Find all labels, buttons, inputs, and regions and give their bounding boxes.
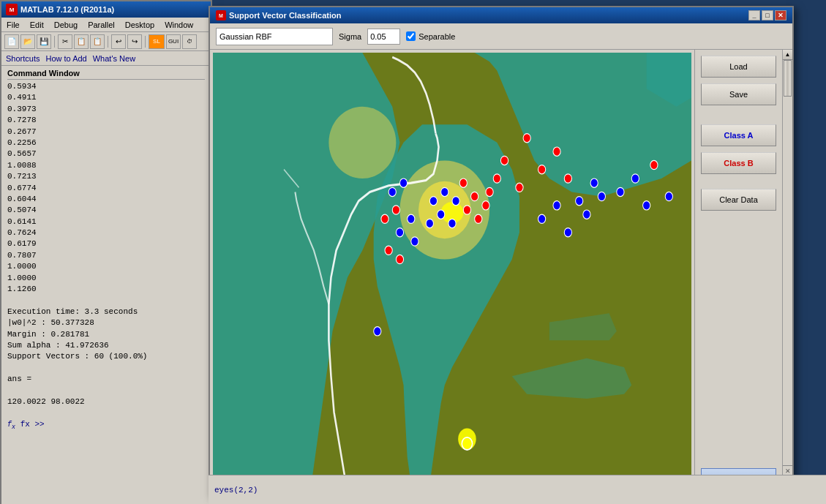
cmd-w0: |w0|^2 : 50.377328 (7, 317, 205, 328)
svg-point-8 (590, 178, 598, 187)
svg-point-10 (631, 174, 639, 183)
menu-edit[interactable]: Edit (28, 20, 46, 29)
sigma-input[interactable] (367, 29, 400, 45)
toolbar-cut[interactable]: ✂ (58, 34, 72, 49)
toolbar-simulink[interactable]: SL (149, 34, 165, 49)
svc-dialog: M Support Vector Classification _ □ ✕ Ga… (209, 6, 794, 496)
class-b-button[interactable]: Class B (701, 152, 776, 174)
toolbar-paste[interactable]: 📋 (90, 34, 105, 49)
menu-desktop[interactable]: Desktop (123, 20, 157, 29)
cmd-line-6: 0.5657 (7, 148, 205, 159)
right-panel: Load Save Class A Class B Clear Data Cla… (694, 50, 782, 496)
svg-point-20 (452, 197, 459, 206)
toolbar-undo[interactable]: ↩ (111, 34, 126, 49)
svg-point-12 (643, 201, 650, 210)
class-a-button[interactable]: Class A (701, 124, 776, 146)
save-button[interactable]: Save (701, 83, 776, 105)
separable-container: Separable (406, 31, 455, 41)
panel-spacer3 (701, 217, 776, 462)
svg-point-6 (583, 210, 590, 219)
scroll-thumb[interactable] (784, 60, 792, 97)
cmd-blank3 (7, 385, 205, 396)
svg-point-45 (385, 246, 392, 255)
shortcut-new[interactable]: What's New (93, 54, 135, 63)
toolbar-open[interactable]: 📂 (20, 34, 35, 49)
kernel-dropdown[interactable]: Gaussian RBF Linear Polynomial Sigmoid (216, 28, 333, 45)
svg-point-36 (463, 206, 470, 214)
titlebar-controls: _ □ ✕ (748, 10, 786, 20)
menu-file[interactable]: File (4, 20, 22, 29)
cmd-line-4: 0.2677 (7, 127, 205, 138)
clear-data-button[interactable]: Clear Data (701, 189, 776, 211)
toolbar-save[interactable]: 💾 (37, 34, 51, 49)
load-button[interactable]: Load (701, 56, 776, 78)
matlab-titlebar: M MATLAB 7.12.0 (R2011a) (1, 1, 211, 18)
svg-point-34 (459, 178, 467, 187)
svg-point-37 (475, 214, 482, 223)
toolbar-redo[interactable]: ↪ (127, 34, 142, 49)
cmd-line-14: 0.6179 (7, 238, 205, 249)
svg-point-43 (381, 214, 388, 223)
svg-point-41 (516, 183, 523, 192)
svg-point-7 (598, 192, 605, 200)
titlebar-minimize[interactable]: _ (748, 10, 760, 20)
svc-titlebar: M Support Vector Classification _ □ ✕ (210, 7, 792, 23)
shortcut-shortcuts[interactable]: Shortcuts (6, 54, 40, 63)
x-mark-1: ✕ (783, 465, 792, 475)
svc-toolbar: Gaussian RBF Linear Polynomial Sigmoid S… (210, 23, 792, 50)
separable-checkbox[interactable] (406, 31, 416, 41)
cmd-ans-label: ans = (7, 374, 205, 385)
toolbar-guide[interactable]: GUI (166, 34, 181, 49)
matlab-title: MATLAB 7.12.0 (R2011a) (20, 5, 114, 14)
toolbar-new[interactable]: 📄 (4, 34, 19, 49)
menu-window[interactable]: Window (162, 20, 195, 29)
cmd-svectors: Support Vectors : 60 (100.0%) (7, 351, 205, 362)
cmd-line-7: 1.0088 (7, 160, 205, 171)
cmd-prompt[interactable]: fx fx >> (7, 419, 205, 432)
cmd-line-10: 0.6044 (7, 194, 205, 205)
cmd-line-12: 0.6141 (7, 217, 205, 227)
svg-point-19 (441, 187, 448, 196)
cmd-line-3: 0.7278 (7, 115, 205, 126)
svg-point-39 (486, 187, 493, 196)
svg-point-26 (408, 214, 415, 223)
svg-point-14 (564, 228, 571, 237)
svg-point-18 (429, 197, 437, 206)
cmd-line-1: 0.4911 (7, 92, 205, 103)
scroll-track (783, 60, 792, 465)
kernel-dropdown-wrapper: Gaussian RBF Linear Polynomial Sigmoid (216, 28, 333, 45)
command-window: Command Window 0.5934 0.4911 0.3973 0.72… (1, 66, 211, 504)
toolbar-profile[interactable]: ⏱ (182, 34, 197, 49)
cmd-line-16: 1.0000 (7, 261, 205, 272)
svg-point-23 (426, 219, 433, 227)
svg-point-33 (564, 174, 571, 183)
toolbar-sep3 (145, 36, 146, 48)
svc-titlebar-left: M Support Vector Classification (216, 10, 341, 20)
svg-point-48 (462, 437, 472, 450)
menu-debug[interactable]: Debug (52, 20, 80, 29)
cmd-blank4 (7, 407, 205, 418)
svg-point-30 (523, 134, 530, 143)
svc-logo: M (216, 10, 226, 20)
svc-content: No. of Support Vectors: 60 (100.0%) Load… (210, 50, 792, 496)
matlab-bottom-bar: eyes(2,2) eye(2) x (209, 475, 826, 504)
svg-point-28 (411, 237, 418, 246)
cmd-line-15: 0.7807 (7, 250, 205, 261)
toolbar-copy[interactable]: 📋 (74, 34, 89, 49)
scroll-up-btn[interactable]: ▲ (783, 50, 792, 60)
svg-point-13 (665, 192, 672, 200)
titlebar-maximize[interactable]: □ (762, 10, 773, 20)
shortcut-add[interactable]: How to Add (45, 54, 86, 63)
matlab-window: M MATLAB 7.12.0 (R2011a) File Edit Debug… (0, 0, 212, 504)
toolbar-sep1 (54, 36, 55, 48)
cmd-line-11: 0.5074 (7, 205, 205, 216)
shortcuts-bar: Shortcuts How to Add What's New (1, 51, 211, 66)
cmd-line-9: 0.6774 (7, 183, 205, 194)
plot-area[interactable]: No. of Support Vectors: 60 (100.0%) (213, 53, 691, 493)
svc-title: Support Vector Classification (229, 11, 341, 20)
cmd-ans-value: 120.0022 98.0022 (7, 396, 205, 407)
menu-parallel[interactable]: Parallel (86, 20, 117, 29)
cmd-line-17: 1.0000 (7, 273, 205, 284)
titlebar-close[interactable]: ✕ (775, 10, 786, 20)
cmd-fx-icon: fx (7, 421, 15, 429)
